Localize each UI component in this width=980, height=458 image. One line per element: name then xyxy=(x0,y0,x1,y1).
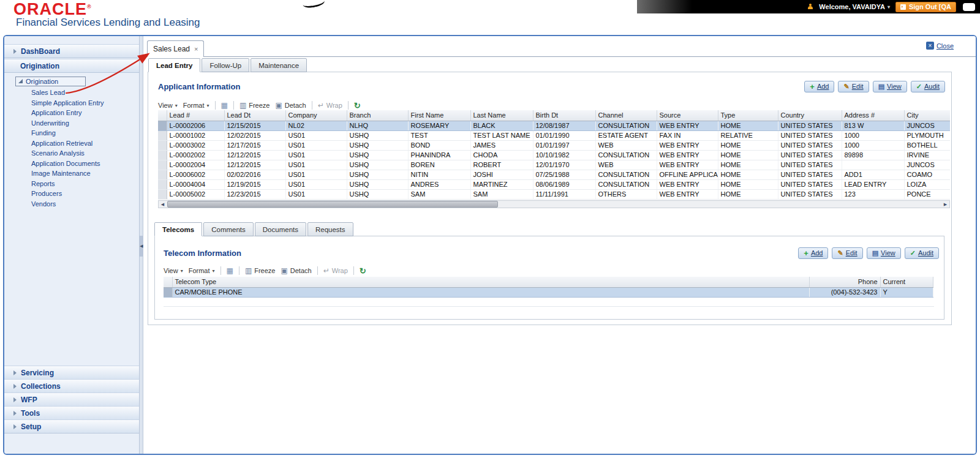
sidebar-section[interactable]: Tools xyxy=(4,406,139,420)
sidebar-section[interactable]: WFP xyxy=(4,392,139,407)
sidebar-section-label: Servicing xyxy=(21,369,54,377)
sidebar-section-dashboard[interactable]: DashBoard xyxy=(4,44,139,58)
column-header[interactable]: Current xyxy=(880,277,933,287)
sidebar-section[interactable]: Servicing xyxy=(4,366,139,380)
row-selector[interactable] xyxy=(158,160,167,170)
column-header[interactable]: Lead # xyxy=(167,110,224,121)
tree-item[interactable]: Underwriting xyxy=(4,118,139,129)
table-row[interactable]: L-0000400412/19/2015US01USHQANDRESMARTIN… xyxy=(158,179,950,189)
user-icon xyxy=(807,4,813,10)
chevron-right-icon xyxy=(13,370,17,375)
row-selector[interactable] xyxy=(158,179,167,189)
tree-item[interactable]: Sales Lead xyxy=(4,88,139,98)
column-header[interactable]: Lead Dt xyxy=(224,110,285,121)
tree-item[interactable]: Producers xyxy=(4,189,139,199)
action-button[interactable]: Add xyxy=(804,81,834,92)
tree-item[interactable]: Funding xyxy=(4,128,139,138)
column-header[interactable]: Phone xyxy=(809,277,880,287)
scrollbar-thumb[interactable] xyxy=(167,201,498,208)
sidebar-section[interactable]: Setup xyxy=(4,419,139,434)
tree-item[interactable]: Reports xyxy=(4,179,139,189)
scrollbar-track[interactable] xyxy=(167,201,941,208)
column-header[interactable]: City xyxy=(904,110,950,121)
row-selector[interactable] xyxy=(158,189,167,199)
detail-tab[interactable]: Telecoms xyxy=(154,222,202,236)
tree-item[interactable]: Application Entry xyxy=(4,108,139,118)
detach-button[interactable]: ▣Detach xyxy=(275,101,306,110)
freeze-button[interactable]: ▥Freeze xyxy=(245,266,276,275)
row-selector[interactable] xyxy=(164,287,172,297)
table-row[interactable]: L-0000500212/23/2015US01USHQSAMSAM11/11/… xyxy=(158,189,950,199)
refresh-icon[interactable]: ↻ xyxy=(360,266,366,276)
tab-close-icon[interactable]: × xyxy=(194,45,198,53)
tree-item[interactable]: Image Maintenance xyxy=(4,168,139,179)
action-button[interactable]: Add xyxy=(798,247,828,259)
detail-tab[interactable]: Comments xyxy=(203,222,254,236)
row-selector[interactable] xyxy=(158,130,167,140)
column-header[interactable]: Country xyxy=(778,110,842,121)
sidebar-section[interactable]: Collections xyxy=(4,379,139,393)
table-row[interactable]: L-0000100212/02/2015US01USHQTESTTEST LAS… xyxy=(158,130,950,140)
wrap-button[interactable]: ↵Wrap xyxy=(323,266,348,275)
detail-tab[interactable]: Documents xyxy=(255,222,306,236)
scroll-right-button[interactable]: ▶ xyxy=(941,201,949,208)
expand-icon[interactable] xyxy=(18,79,23,83)
scroll-left-button[interactable]: ◀ xyxy=(159,201,167,208)
action-button[interactable]: View xyxy=(873,81,907,92)
detail-tab[interactable]: Requests xyxy=(307,222,353,236)
format-menu[interactable]: Format▾ xyxy=(189,267,215,274)
tab-sales-lead[interactable]: Sales Lead × xyxy=(147,40,204,57)
export-grid-icon[interactable]: ▦ xyxy=(227,266,233,275)
column-header[interactable]: Address # xyxy=(842,110,904,121)
welcome-menu[interactable]: Welcome, VAVAIDYA▾ xyxy=(819,3,890,10)
table-cell: BOREN xyxy=(408,160,470,170)
column-header[interactable]: Last Name xyxy=(470,110,533,121)
subtab[interactable]: Follow-Up xyxy=(202,58,249,72)
row-selector[interactable] xyxy=(158,170,167,179)
subtab[interactable]: Lead Entry xyxy=(148,58,200,72)
action-button[interactable]: Edit xyxy=(838,81,869,92)
table-row[interactable]: L-0000200212/12/2015US01USHQPHANINDRACHO… xyxy=(158,150,950,160)
splitter[interactable]: ◀ xyxy=(139,36,143,454)
export-grid-icon[interactable]: ▦ xyxy=(221,101,228,110)
view-menu[interactable]: View▾ xyxy=(158,102,178,109)
tree-item[interactable]: Scenario Analysis xyxy=(4,148,139,159)
column-header[interactable]: Company xyxy=(285,110,347,121)
action-button[interactable]: View xyxy=(867,247,901,259)
tree-item[interactable]: Application Documents xyxy=(4,159,139,169)
sidebar-section-origination[interactable]: Origination xyxy=(4,59,139,73)
format-menu[interactable]: Format▾ xyxy=(183,102,209,109)
table-row[interactable]: L-0000300212/17/2015US01USHQBONDJAMES01/… xyxy=(158,140,950,150)
column-header[interactable]: Source xyxy=(657,110,718,121)
column-header[interactable]: Channel xyxy=(595,110,657,121)
column-header[interactable]: First Name xyxy=(408,110,470,121)
wrap-button[interactable]: ↵Wrap xyxy=(318,101,342,110)
row-selector[interactable] xyxy=(158,140,167,150)
close-button[interactable]: × Close xyxy=(926,42,954,50)
row-selector[interactable] xyxy=(158,121,167,130)
tree-item[interactable]: Vendors xyxy=(4,199,139,209)
column-header[interactable]: Branch xyxy=(347,110,408,121)
tree-node-origination[interactable]: Origination xyxy=(15,77,86,86)
column-header[interactable]: Telecom Type xyxy=(172,277,809,287)
column-header[interactable]: Birth Dt xyxy=(533,110,595,121)
detach-button[interactable]: ▣Detach xyxy=(281,266,311,275)
freeze-button[interactable]: ▥Freeze xyxy=(239,101,270,110)
action-button[interactable]: Audit xyxy=(911,81,945,92)
view-menu[interactable]: View▾ xyxy=(164,267,183,274)
tree-item[interactable]: Application Retrieval xyxy=(4,138,139,149)
horizontal-scrollbar[interactable]: ◀ ▶ xyxy=(158,200,950,208)
sign-out-button[interactable]: Sign Out [QA xyxy=(895,2,956,12)
refresh-icon[interactable]: ↻ xyxy=(354,101,361,110)
action-button[interactable]: Audit xyxy=(905,247,939,259)
tree-item[interactable]: Simple Application Entry xyxy=(4,98,139,108)
table-row[interactable]: CAR/MOBILE PHONE(004)-532-3423Y xyxy=(164,287,933,297)
table-row[interactable]: L-0000200412/12/2015US01USHQBORENROBERT1… xyxy=(158,160,950,170)
subtab[interactable]: Maintenance xyxy=(251,58,307,72)
table-row[interactable]: L-0000200612/15/2015NL02NLHQROSEMARYBLAC… xyxy=(158,121,950,130)
row-selector[interactable] xyxy=(158,150,167,160)
column-header[interactable]: Type xyxy=(718,110,778,121)
table-row[interactable]: L-0000600202/02/2016US01USHQNITINJOSHI07… xyxy=(158,170,950,179)
action-button[interactable]: Edit xyxy=(832,247,862,259)
chat-icon[interactable] xyxy=(963,3,975,11)
